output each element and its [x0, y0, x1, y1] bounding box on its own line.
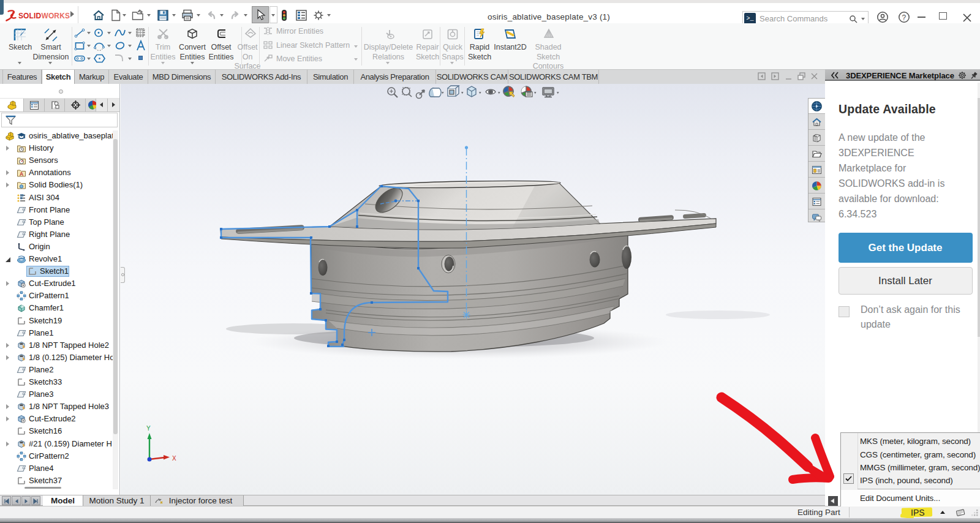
svg-text:A: A [20, 171, 23, 177]
svg-text:X: X [172, 455, 176, 462]
svg-text:?: ? [902, 13, 907, 22]
svg-text:SOLID: SOLID [18, 12, 41, 20]
svg-text:Y: Y [146, 425, 151, 432]
svg-text:WORKS: WORKS [42, 12, 70, 20]
